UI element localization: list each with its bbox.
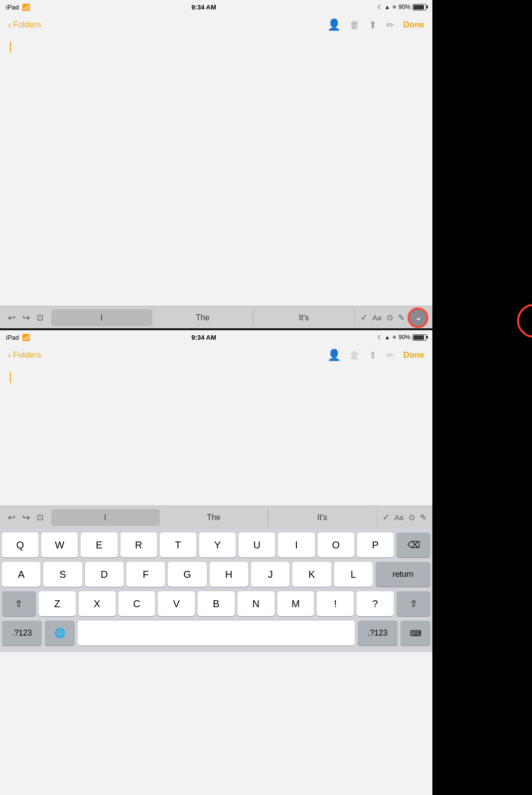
device-label-b: iPad xyxy=(6,334,19,341)
wifi-icon: 📶 xyxy=(22,3,30,11)
globe-key[interactable]: 🌐 xyxy=(45,621,75,646)
done-button[interactable]: Done xyxy=(403,20,425,30)
compose-icon-b[interactable]: ✏ xyxy=(386,349,395,361)
keyboard-row-2: A S D F G H J K L return xyxy=(0,562,432,587)
key-d[interactable]: D xyxy=(85,562,124,587)
key-a[interactable]: A xyxy=(2,562,40,587)
person-icon[interactable]: 👤 xyxy=(327,18,341,31)
key-v[interactable]: V xyxy=(158,591,195,616)
key-z[interactable]: Z xyxy=(39,591,76,616)
bluetooth-icon-b: ✳ xyxy=(392,334,397,341)
bottom-panel: iPad 📶 9:34 AM ☾ ▲ ✳ 90% ‹ Folders 👤 🗑 ⬆… xyxy=(0,330,432,795)
keyboard-row-4: .?123 🌐 .?123 ⌨ xyxy=(0,621,432,646)
key-q[interactable]: Q xyxy=(2,532,38,557)
nav-actions: 👤 🗑 ⬆ ✏ Done xyxy=(327,18,425,31)
status-right-b: ☾ ▲ ✳ 90% xyxy=(378,334,426,341)
back-button[interactable]: ‹ Folders xyxy=(8,20,41,30)
note-area[interactable] xyxy=(0,36,432,135)
redo-button-b[interactable]: ↪ xyxy=(19,510,33,525)
back-label: Folders xyxy=(13,20,41,30)
suggestion-right[interactable]: It's xyxy=(253,309,354,326)
camera-tool-button[interactable]: ⊙ xyxy=(387,313,393,322)
compose-icon[interactable]: ✏ xyxy=(386,19,395,31)
text-cursor-b xyxy=(10,372,11,383)
key-c[interactable]: C xyxy=(119,591,155,616)
trash-icon[interactable]: 🗑 xyxy=(350,19,360,31)
key-i[interactable]: I xyxy=(278,532,314,557)
undo-redo-group: ↩ ↪ ⊡ xyxy=(0,310,51,325)
keyboard-dismiss-key[interactable]: ⌨ xyxy=(400,621,430,646)
signal-icon-b: ▲ xyxy=(385,334,390,340)
key-x[interactable]: X xyxy=(79,591,116,616)
return-key[interactable]: return xyxy=(376,562,430,587)
key-n[interactable]: N xyxy=(238,591,274,616)
signal-icon: ▲ xyxy=(385,4,390,10)
trash-icon-b[interactable]: 🗑 xyxy=(350,350,360,361)
checkmark-button[interactable]: ✓ xyxy=(361,312,368,323)
key-h[interactable]: H xyxy=(210,562,248,587)
key-k[interactable]: K xyxy=(292,562,331,587)
toolbar-tools-b: ✓ Aa ⊙ ✎ xyxy=(377,512,432,523)
shift-key-right[interactable]: ⇧ xyxy=(397,591,430,616)
scribble-button[interactable]: ✎ xyxy=(398,313,404,322)
expand-keyboard-button[interactable]: ⌄ xyxy=(409,309,426,326)
battery-percent: 90% xyxy=(399,3,410,10)
font-size-button[interactable]: Aa xyxy=(373,313,382,322)
autocorrect-bar-top: ↩ ↪ ⊡ I The It's ✓ Aa ⊙ ✎ ⌄ xyxy=(0,306,432,329)
undo-button-b[interactable]: ↩ xyxy=(5,510,18,525)
key-u[interactable]: U xyxy=(239,532,275,557)
key-e[interactable]: E xyxy=(81,532,117,557)
done-button-b[interactable]: Done xyxy=(403,350,425,360)
backspace-key[interactable]: ⌫ xyxy=(397,532,430,557)
back-button-b[interactable]: ‹ Folders xyxy=(8,350,41,361)
clipboard-button-b[interactable]: ⊡ xyxy=(34,511,46,524)
suggestion-right-b[interactable]: It's xyxy=(268,509,377,526)
battery-icon xyxy=(412,4,426,10)
key-f[interactable]: F xyxy=(127,562,165,587)
key-s[interactable]: S xyxy=(43,562,82,587)
suggestion-middle[interactable]: The xyxy=(152,309,253,326)
wifi-icon-b: 📶 xyxy=(22,334,30,341)
numbers-key-left[interactable]: .?123 xyxy=(2,621,42,646)
suggestion-left-b[interactable]: I xyxy=(51,509,159,526)
key-l[interactable]: L xyxy=(334,562,373,587)
shift-key-left[interactable]: ⇧ xyxy=(2,591,36,616)
key-exclaim[interactable]: ! xyxy=(317,591,354,616)
key-j[interactable]: J xyxy=(251,562,289,587)
key-w[interactable]: W xyxy=(41,532,78,557)
top-panel: iPad 📶 9:34 AM ☾ ▲ ✳ 90% ‹ Folders 👤 🗑 ⬆… xyxy=(0,0,432,329)
undo-redo-group-b: ↩ ↪ ⊡ xyxy=(0,510,51,525)
moon-icon: ☾ xyxy=(378,4,383,10)
status-time: 9:34 AM xyxy=(191,3,216,11)
person-icon-b[interactable]: 👤 xyxy=(327,349,341,362)
key-o[interactable]: O xyxy=(318,532,354,557)
redo-button[interactable]: ↪ xyxy=(19,310,33,325)
key-b[interactable]: B xyxy=(198,591,235,616)
key-g[interactable]: G xyxy=(168,562,206,587)
space-key[interactable] xyxy=(78,621,355,646)
undo-button[interactable]: ↩ xyxy=(5,310,18,325)
device-label: iPad xyxy=(6,3,19,11)
scribble-button-b[interactable]: ✎ xyxy=(420,513,426,522)
clipboard-button[interactable]: ⊡ xyxy=(34,311,46,324)
share-icon[interactable]: ⬆ xyxy=(369,19,377,31)
key-y[interactable]: Y xyxy=(199,532,236,557)
suggestion-middle-b[interactable]: The xyxy=(159,509,268,526)
back-chevron-icon-b: ‹ xyxy=(8,350,11,361)
numbers-key-right[interactable]: .?123 xyxy=(358,621,398,646)
key-t[interactable]: T xyxy=(160,532,196,557)
key-m[interactable]: M xyxy=(277,591,314,616)
battery-percent-b: 90% xyxy=(399,334,410,341)
font-size-button-b[interactable]: Aa xyxy=(395,513,403,522)
note-area-bottom[interactable] xyxy=(0,366,432,506)
keyboard-row-3: ⇧ Z X C V B N M ! ? ⇧ xyxy=(0,591,432,616)
checkmark-button-b[interactable]: ✓ xyxy=(383,512,390,523)
key-p[interactable]: P xyxy=(357,532,394,557)
key-question[interactable]: ? xyxy=(357,591,394,616)
camera-tool-button-b[interactable]: ⊙ xyxy=(408,513,415,522)
suggestion-left[interactable]: I xyxy=(51,309,152,326)
share-icon-b[interactable]: ⬆ xyxy=(369,349,377,361)
autocorrect-suggestions-b: I The It's xyxy=(51,509,377,526)
key-r[interactable]: R xyxy=(121,532,157,557)
status-right: ☾ ▲ ✳ 90% xyxy=(378,3,426,10)
